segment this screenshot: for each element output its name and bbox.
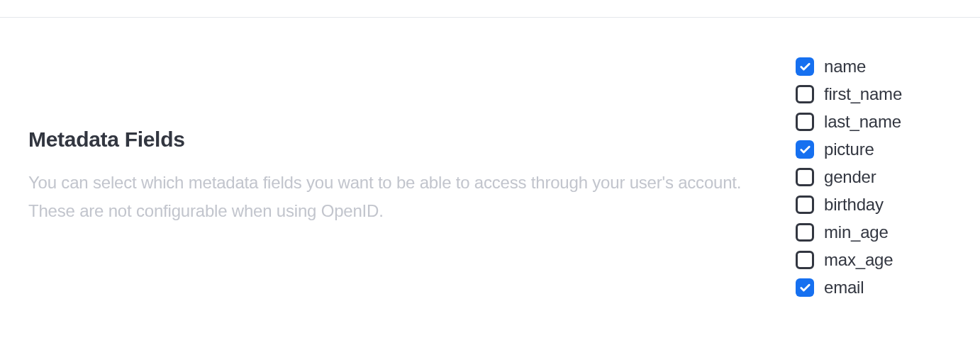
checkbox-row-min_age: min_age xyxy=(796,222,937,242)
checkbox-picture[interactable] xyxy=(796,140,814,159)
checkbox-first_name[interactable] xyxy=(796,85,814,103)
checkbox-row-last_name: last_name xyxy=(796,112,937,132)
checkbox-row-name: name xyxy=(796,57,937,76)
checkbox-label-birthday: birthday xyxy=(824,195,884,215)
checkbox-label-last_name: last_name xyxy=(824,112,901,132)
checkbox-last_name[interactable] xyxy=(796,113,814,131)
checkbox-row-email: email xyxy=(796,278,937,298)
checkbox-label-picture: picture xyxy=(824,140,874,159)
checkbox-list: namefirst_namelast_namepicturegenderbirt… xyxy=(796,57,952,298)
checkbox-row-max_age: max_age xyxy=(796,250,937,270)
checkbox-name[interactable] xyxy=(796,57,814,76)
checkbox-label-min_age: min_age xyxy=(824,222,889,242)
checkbox-label-name: name xyxy=(824,57,866,76)
checkbox-row-gender: gender xyxy=(796,167,937,187)
divider xyxy=(0,17,980,18)
checkbox-label-gender: gender xyxy=(824,167,876,187)
metadata-fields-section: Metadata Fields You can select which met… xyxy=(0,0,980,326)
section-description: You can select which metadata fields you… xyxy=(28,169,767,225)
checkbox-min_age[interactable] xyxy=(796,223,814,242)
checkbox-label-max_age: max_age xyxy=(824,250,893,270)
checkbox-row-birthday: birthday xyxy=(796,195,937,215)
checkbox-label-first_name: first_name xyxy=(824,84,902,104)
checkbox-max_age[interactable] xyxy=(796,251,814,269)
checkbox-email[interactable] xyxy=(796,278,814,297)
checkbox-row-first_name: first_name xyxy=(796,84,937,104)
checkbox-birthday[interactable] xyxy=(796,196,814,214)
checkbox-gender[interactable] xyxy=(796,168,814,186)
checkbox-row-picture: picture xyxy=(796,140,937,159)
checkbox-label-email: email xyxy=(824,278,864,298)
section-heading: Metadata Fields xyxy=(28,128,767,152)
section-text: Metadata Fields You can select which met… xyxy=(28,57,767,298)
